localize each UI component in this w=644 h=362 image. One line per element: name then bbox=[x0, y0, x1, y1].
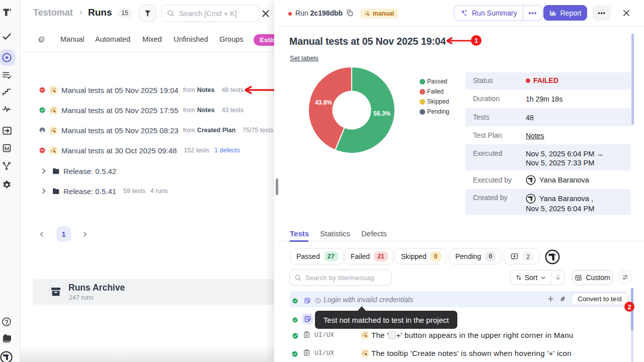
svg-text:56.3%: 56.3% bbox=[373, 110, 390, 117]
svg-text:43.8%: 43.8% bbox=[315, 99, 332, 106]
